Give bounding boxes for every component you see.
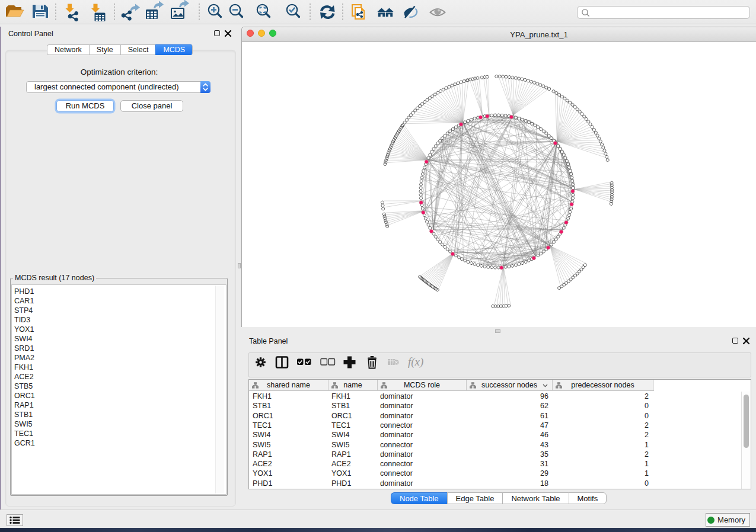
svg-text:f(x): f(x) [408, 355, 423, 368]
